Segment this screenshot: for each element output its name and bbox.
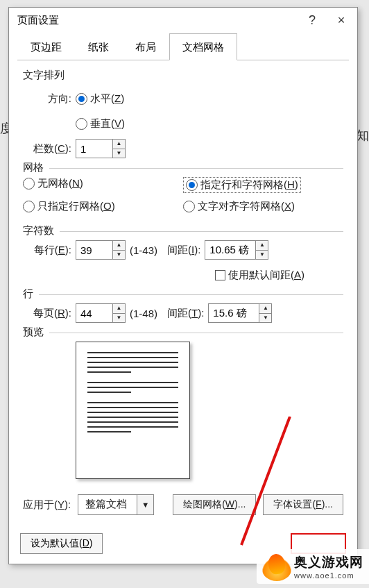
flame-icon bbox=[262, 552, 291, 581]
watermark-title: 奥义游戏网 bbox=[294, 553, 363, 571]
radio-icon bbox=[76, 118, 87, 130]
radio-icon bbox=[76, 93, 87, 105]
group-text-layout: 文字排列 方向: 水平(Z) 垂直(V) 栏数(C): ▲▼ bbox=[23, 69, 343, 158]
per-line-label: 每行(E): bbox=[23, 244, 76, 257]
line-spacing-spinner[interactable]: ▲▼ bbox=[208, 303, 272, 323]
radio-icon bbox=[183, 201, 195, 212]
columns-input[interactable] bbox=[76, 140, 112, 158]
watermark-url: www.aoe1.com bbox=[294, 571, 363, 580]
radio-specify-line[interactable]: 只指定行网格(O) bbox=[23, 200, 115, 213]
radio-specify-both[interactable]: 指定行和字符网格(H) bbox=[183, 177, 301, 193]
tab-margins[interactable]: 页边距 bbox=[17, 33, 75, 60]
spinner-up-icon[interactable]: ▲ bbox=[256, 241, 268, 251]
per-page-input[interactable] bbox=[76, 304, 112, 322]
set-default-button[interactable]: 设为默认值(D) bbox=[20, 533, 103, 554]
apply-to-select[interactable]: 整篇文档 ▼ bbox=[78, 494, 154, 515]
radio-align-char[interactable]: 文字对齐字符网格(X) bbox=[183, 200, 295, 213]
columns-spinner[interactable]: ▲▼ bbox=[76, 139, 126, 158]
text-layout-label: 文字排列 bbox=[23, 69, 343, 82]
draw-grid-button[interactable]: 绘图网格(W)... bbox=[173, 494, 256, 515]
apply-row: 应用于(Y): 整篇文档 ▼ 绘图网格(W)... 字体设置(F)... bbox=[23, 494, 343, 515]
spinner-down-icon[interactable]: ▼ bbox=[113, 314, 125, 323]
apply-to-label: 应用于(Y): bbox=[23, 498, 71, 512]
direction-label: 方向: bbox=[23, 92, 76, 106]
spinner-down-icon[interactable]: ▼ bbox=[113, 149, 125, 158]
spinner-up-icon[interactable]: ▲ bbox=[113, 304, 125, 314]
radio-vertical[interactable]: 垂直(V) bbox=[76, 117, 125, 131]
watermark: 奥义游戏网 www.aoe1.com bbox=[257, 549, 369, 584]
per-line-range: (1-43) bbox=[130, 244, 157, 256]
preview-label: 预览 bbox=[23, 326, 49, 339]
page-setup-dialog: 页面设置 ? × 页边距 纸张 布局 文档网格 文字排列 方向: 水平(Z) 垂… bbox=[8, 7, 358, 564]
per-page-range: (1-48) bbox=[130, 308, 157, 319]
grid-group-label: 网格 bbox=[23, 161, 49, 174]
columns-label: 栏数(C): bbox=[23, 142, 76, 156]
radio-icon bbox=[23, 201, 35, 212]
spinner-up-icon[interactable]: ▲ bbox=[113, 140, 125, 149]
line-spacing-label: 间距(T): bbox=[167, 307, 204, 320]
grid-options: 无网格(N) 指定行和字符网格(H) 只指定行网格(O) 文字对齐字符网格(X) bbox=[23, 177, 343, 221]
tab-paper[interactable]: 纸张 bbox=[75, 33, 122, 60]
spinner-up-icon[interactable]: ▲ bbox=[259, 304, 271, 314]
font-settings-button[interactable]: 字体设置(F)... bbox=[263, 494, 343, 515]
spinner-down-icon[interactable]: ▼ bbox=[113, 251, 125, 260]
radio-icon bbox=[186, 179, 198, 191]
spinner-down-icon[interactable]: ▼ bbox=[259, 314, 271, 323]
chevron-down-icon[interactable]: ▼ bbox=[137, 495, 153, 514]
per-page-label: 每页(R): bbox=[23, 307, 76, 320]
use-default-spacing-checkbox[interactable]: 使用默认间距(A) bbox=[215, 269, 304, 282]
tabstrip: 页边距 纸张 布局 文档网格 bbox=[17, 33, 349, 60]
help-button[interactable]: ? bbox=[298, 9, 327, 31]
lines-group-label: 行 bbox=[23, 287, 39, 301]
dialog-content: 文字排列 方向: 水平(Z) 垂直(V) 栏数(C): ▲▼ bbox=[9, 60, 357, 526]
preview-area bbox=[76, 342, 190, 479]
checkbox-icon bbox=[215, 270, 225, 280]
per-page-spinner[interactable]: ▲▼ bbox=[76, 303, 126, 323]
radio-horizontal[interactable]: 水平(Z) bbox=[76, 92, 124, 106]
dialog-title: 页面设置 bbox=[17, 14, 298, 27]
spinner-down-icon[interactable]: ▼ bbox=[256, 251, 268, 260]
radio-no-grid[interactable]: 无网格(N) bbox=[23, 177, 83, 190]
line-spacing-input[interactable] bbox=[209, 304, 259, 322]
char-spacing-label: 间距(I): bbox=[167, 244, 200, 257]
per-line-spinner[interactable]: ▲▼ bbox=[76, 240, 126, 260]
per-line-input[interactable] bbox=[76, 241, 112, 259]
radio-icon bbox=[23, 178, 35, 190]
spinner-up-icon[interactable]: ▲ bbox=[113, 241, 125, 251]
char-spacing-input[interactable] bbox=[205, 241, 255, 259]
tab-document-grid[interactable]: 文档网格 bbox=[169, 33, 237, 60]
char-spacing-spinner[interactable]: ▲▼ bbox=[205, 240, 268, 260]
titlebar: 页面设置 ? × bbox=[9, 8, 357, 33]
close-button[interactable]: × bbox=[327, 9, 356, 31]
chars-group-label: 字符数 bbox=[23, 224, 60, 237]
apply-to-value: 整篇文档 bbox=[78, 495, 137, 514]
tab-layout[interactable]: 布局 bbox=[122, 33, 169, 60]
